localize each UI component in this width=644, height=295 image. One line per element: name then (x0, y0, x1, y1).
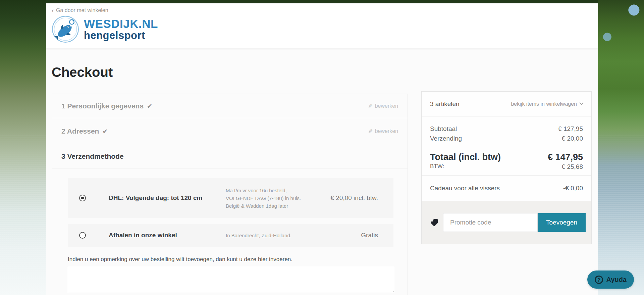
shipping-label: Verzending (430, 134, 462, 143)
shipping-option-pickup[interactable]: Afhalen in onze winkel In Barendrecht, Z… (68, 224, 393, 247)
background-lake-right (598, 0, 644, 295)
promo-add-button[interactable]: Toevoegen (538, 213, 586, 232)
check-icon (102, 127, 108, 135)
step-personal-details: 1 Persoonlijke gegevens bewerken (52, 94, 408, 118)
step-shipping-title: 3 Verzendmethode (61, 152, 124, 160)
cart-summary-card: 3 artikelen bekijk items in winkelwagen … (421, 91, 592, 244)
checkout-page-card: ‹ Ga door met winkelen WESDIJK.NL (46, 3, 598, 295)
option-pickup-description: In Barendrecht, Zuid-Holland. (226, 232, 313, 239)
step-addresses-label: 2 Adressen (61, 127, 99, 135)
pencil-icon (368, 102, 372, 109)
logo-name: WESDIJK.NL (84, 18, 158, 30)
edit-addresses-button[interactable]: bewerken (368, 128, 398, 135)
shop-logo[interactable]: WESDIJK.NL hengelsport (51, 15, 591, 44)
help-widget-button[interactable]: ? Ayuda (587, 271, 634, 289)
option-dhl-price: € 20,00 incl. btw. (313, 194, 393, 202)
fish-logo-icon (51, 15, 80, 44)
amounts-row: Subtotaal € 127,95 Verzending € 20,00 (422, 116, 591, 146)
question-mark-icon: ? (595, 276, 603, 284)
vat-label: BTW: (430, 163, 444, 170)
total-row: Totaal (incl. btw) € 147,95 BTW: € 25,68 (422, 146, 591, 175)
vat-value: € 25,68 (562, 163, 583, 170)
shipping-option-dhl[interactable]: DHL: Volgende dag: tot 120 cm Ma t/m vr … (68, 178, 393, 218)
view-cart-items-label: bekijk items in winkelwagen (511, 101, 577, 107)
edit-personal-button[interactable]: bewerken (368, 102, 398, 109)
order-comment-textarea[interactable] (68, 267, 394, 293)
site-header: ‹ Ga door met winkelen WESDIJK.NL (46, 3, 598, 48)
step-addresses: 2 Adressen bewerken (52, 118, 408, 144)
gift-value: -€ 0,00 (563, 185, 583, 192)
view-cart-items-link[interactable]: bekijk items in winkelwagen (511, 101, 583, 107)
option-dhl-desc-line: VOLGENDE DAG (7-18u) in huis. (226, 194, 313, 202)
total-value: € 147,95 (548, 152, 583, 162)
order-comment-label: Indien u een opmerking over uw bestellin… (68, 256, 393, 263)
logo-tagline: hengelsport (84, 30, 158, 41)
vat-line: BTW: € 25,68 (430, 163, 583, 170)
option-pickup-name: Afhalen in onze winkel (109, 232, 226, 239)
gift-row: Cadeau voor alle vissers -€ 0,00 (422, 176, 591, 201)
page-title: Checkout (52, 65, 408, 80)
option-dhl-desc-line: Ma t/m vr voor 16u besteld, (226, 187, 313, 194)
cart-summary-sidebar: 3 artikelen bekijk items in winkelwagen … (421, 91, 592, 295)
step-personal-label: 1 Persoonlijke gegevens (61, 102, 144, 110)
gift-label: Cadeau voor alle vissers (430, 185, 500, 192)
subtotal-label: Subtotaal (430, 124, 457, 134)
radio-dhl[interactable] (79, 195, 86, 201)
cart-items-row: 3 artikelen bekijk items in winkelwagen (422, 92, 591, 116)
logo-text: WESDIJK.NL hengelsport (84, 18, 158, 41)
cart-items-count: 3 artikelen (430, 100, 460, 108)
content-area: Checkout 1 Persoonlijke gegevens bewerke… (46, 48, 598, 295)
check-icon (147, 102, 152, 110)
chevron-left-icon: ‹ (52, 8, 54, 13)
subtotal-line: Subtotaal € 127,95 (430, 124, 583, 134)
total-label: Totaal (incl. btw) (430, 152, 501, 162)
shipping-line: Verzending € 20,00 (430, 134, 583, 143)
breadcrumb-label: Ga door met winkelen (56, 7, 108, 13)
subtotal-value: € 127,95 (558, 124, 583, 134)
promo-code-row: Toevoegen (422, 201, 591, 244)
option-dhl-name: DHL: Volgende dag: tot 120 cm (109, 194, 226, 202)
checkout-main-column: Checkout 1 Persoonlijke gegevens bewerke… (52, 48, 408, 295)
background-lake-left (0, 0, 46, 295)
help-widget-label: Ayuda (606, 276, 627, 284)
shipping-value: € 20,00 (562, 134, 583, 143)
edit-personal-label: bewerken (375, 103, 398, 109)
option-dhl-desc-line: België & Wadden 1dag later (226, 202, 313, 210)
tag-icon (430, 218, 439, 227)
step-addresses-title: 2 Adressen (61, 127, 108, 135)
pencil-icon (368, 128, 372, 135)
checkout-steps: 1 Persoonlijke gegevens bewerken 2 Adres… (52, 94, 408, 295)
chevron-down-icon (579, 101, 584, 105)
radio-cell (68, 232, 109, 239)
shipping-options: DHL: Volgende dag: tot 120 cm Ma t/m vr … (68, 178, 393, 247)
continue-shopping-link[interactable]: ‹ Ga door met winkelen (52, 7, 108, 13)
step-shipping-label: 3 Verzendmethode (61, 152, 124, 160)
step-shipping-header: 3 Verzendmethode (52, 144, 408, 168)
step-shipping-method: 3 Verzendmethode DHL: Volgende dag: tot … (52, 144, 408, 295)
total-line: Totaal (incl. btw) € 147,95 (430, 152, 583, 162)
option-pickup-price: Gratis (313, 232, 393, 239)
edit-addresses-label: bewerken (375, 128, 398, 134)
radio-cell (68, 195, 109, 201)
promo-code-input[interactable] (443, 213, 538, 232)
option-pickup-desc-line: In Barendrecht, Zuid-Holland. (226, 232, 313, 239)
step-personal-title: 1 Persoonlijke gegevens (61, 102, 152, 110)
option-dhl-description: Ma t/m vr voor 16u besteld, VOLGENDE DAG… (226, 187, 313, 210)
radio-pickup[interactable] (79, 232, 86, 239)
